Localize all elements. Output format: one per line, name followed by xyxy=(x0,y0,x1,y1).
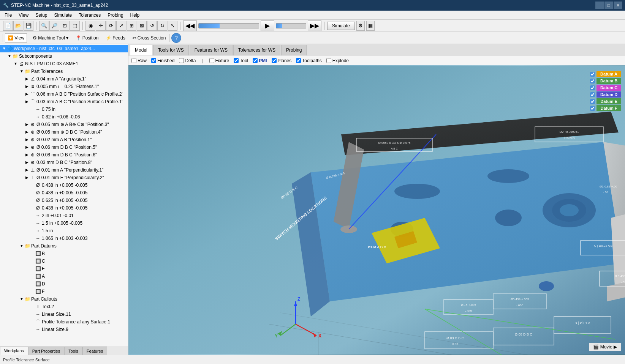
tree-root[interactable]: ▼ 🔷 Workpiece - nist_ctc_03_asme1_ap24..… xyxy=(0,45,128,52)
tree-callout-0[interactable]: T Text.2 xyxy=(0,303,128,310)
view-btn6[interactable]: ⊠ xyxy=(137,21,147,31)
tree-tol-6[interactable]: ▶ ⊕ Ø 0.05 mm ⊕ A B⊕ C⊕ "Position.3" xyxy=(0,121,128,128)
delta-checkbox[interactable] xyxy=(179,58,184,63)
viewport-tab-tools-ws[interactable]: Tools for WS xyxy=(153,45,189,55)
planes-checkbox-label[interactable]: Planes xyxy=(272,58,292,63)
simulate-button[interactable]: Simulate xyxy=(327,22,355,30)
tree-arrow-tol1[interactable]: ▶ xyxy=(24,83,30,90)
menu-simulate[interactable]: Simulate xyxy=(51,11,75,19)
view-btn5[interactable]: ⊞ xyxy=(127,21,136,31)
viewport-tab-model[interactable]: Model xyxy=(130,45,152,55)
datum-f-item[interactable]: Datum F xyxy=(590,105,621,111)
tree-tol-21[interactable]: ↔ 1.065 in +0.003 -0.003 xyxy=(0,235,128,242)
save-button[interactable]: 💾 xyxy=(24,21,33,31)
tree-datum-C[interactable]: 🔲 C xyxy=(0,257,128,265)
tree-datum-D[interactable]: 🔲 D xyxy=(0,280,128,288)
tree-callout-3[interactable]: ↔ Linear Size.9 xyxy=(0,326,128,333)
cross-section-label[interactable]: ✂ Cross Section xyxy=(131,35,168,41)
minimize-button[interactable]: — xyxy=(595,2,604,9)
tree-arrow-tol13[interactable]: ▶ xyxy=(24,174,30,181)
tree-tol-17[interactable]: Ø 0.438 in +0.005 -0.005 xyxy=(0,204,128,212)
machine-tool-label[interactable]: ⚙ Machine Tool ▾ xyxy=(31,35,70,41)
tree-container[interactable]: ▼ 🔷 Workpiece - nist_ctc_03_asme1_ap24..… xyxy=(0,44,128,346)
tree-tol-18[interactable]: ↔ 2 in +0.01 -0.01 xyxy=(0,212,128,219)
toolpaths-checkbox[interactable] xyxy=(296,58,301,63)
planes-checkbox[interactable] xyxy=(272,58,277,63)
tool-checkbox[interactable] xyxy=(234,58,239,63)
pmi-checkbox-label[interactable]: PMI xyxy=(253,58,267,63)
datum-b-item[interactable]: Datum B xyxy=(590,78,621,84)
tree-tol-13[interactable]: ▶ ⊥ Ø 0.01 mm E "Perpendicularity.2" xyxy=(0,174,128,181)
tree-callout-2[interactable]: ⌒ Profile Tolerance af any Surface.1 xyxy=(0,318,128,326)
datum-d-item[interactable]: Datum D xyxy=(590,91,621,98)
toolpaths-checkbox-label[interactable]: Toolpaths xyxy=(296,58,321,63)
tree-datum-A[interactable]: 🔲 A xyxy=(0,273,128,280)
tree-part-callouts[interactable]: ▼ 📁 Part Callouts xyxy=(0,295,128,303)
tree-arrow-tol6[interactable]: ▶ xyxy=(24,121,30,128)
view-btn1[interactable]: ◉ xyxy=(85,21,95,31)
view-dropdown[interactable]: 🔽 View xyxy=(5,33,27,43)
datum-c-checkbox[interactable] xyxy=(590,85,595,90)
explode-checkbox[interactable] xyxy=(326,58,331,63)
view-btn7[interactable]: ↺ xyxy=(147,21,157,31)
position-label[interactable]: 📍 Position xyxy=(74,35,100,41)
viewport-3d[interactable]: SWITCH MOUNTING LOCATIONS Ø0.50 D B C Ø … xyxy=(128,65,625,355)
tree-tol-8[interactable]: ▶ ⊕ Ø 0.02 mm A B "Position.1" xyxy=(0,136,128,143)
delta-checkbox-label[interactable]: Delta xyxy=(179,58,196,63)
tree-arrow-nist[interactable]: ▼ xyxy=(13,60,18,67)
datum-c-item[interactable]: Datum C xyxy=(590,85,621,91)
panel-btn[interactable]: ▦ xyxy=(366,21,375,31)
tree-arrow-tol3[interactable]: ▶ xyxy=(24,98,30,105)
feeds-label[interactable]: ⚡ Feeds xyxy=(104,35,127,41)
finished-checkbox[interactable] xyxy=(151,58,156,63)
view-btn9[interactable]: ⤡ xyxy=(168,21,177,31)
tree-subcomponents[interactable]: ▼ 📁 Subcomponents xyxy=(0,52,128,60)
datum-e-checkbox[interactable] xyxy=(590,99,595,104)
menu-view[interactable]: View xyxy=(16,11,32,19)
tree-tol-4[interactable]: ↔ 0.75 in xyxy=(0,106,128,113)
tree-tol-5[interactable]: ↔ 0.82 in +0.06 -0.06 xyxy=(0,113,128,121)
zoom-select-button[interactable]: ⬚ xyxy=(70,21,80,31)
maximize-button[interactable]: □ xyxy=(604,2,613,9)
view-btn2[interactable]: ✛ xyxy=(96,21,106,31)
tree-tol-7[interactable]: ▶ ⊕ Ø 0.05 mm ⊕ D B C "Position.4" xyxy=(0,128,128,136)
tab-tools[interactable]: Tools xyxy=(64,347,82,355)
nav-play-button[interactable]: ▶ xyxy=(261,20,274,31)
viewport-tab-probing[interactable]: Probing xyxy=(281,45,307,55)
tree-tol-0[interactable]: ▶ ∠ 0.04 mm A "Angularity.1" xyxy=(0,75,128,83)
tree-arrow-tol9[interactable]: ▶ xyxy=(24,144,30,151)
tree-arrow-tol12[interactable]: ▶ xyxy=(24,167,30,173)
datum-a-checkbox[interactable] xyxy=(590,72,595,77)
tree-arrow-tol10[interactable]: ▶ xyxy=(24,151,30,158)
tree-arrow-tol0[interactable]: ▶ xyxy=(24,76,30,82)
help-button[interactable]: ? xyxy=(171,33,181,43)
tree-tol-20[interactable]: ↔ 1.5 in xyxy=(0,227,128,235)
tree-datum-E[interactable]: 🔲 E xyxy=(0,265,128,273)
tree-tol-12[interactable]: ▶ ⊥ Ø 0.01 mm A "Perpendicularity.1" xyxy=(0,166,128,174)
zoom-in-button[interactable]: 🔍 xyxy=(39,21,49,31)
new-button[interactable]: 📄 xyxy=(3,21,13,31)
finished-checkbox-label[interactable]: Finished xyxy=(151,58,174,63)
tab-part-properties[interactable]: Part Properties xyxy=(28,347,64,355)
tree-tol-1[interactable]: ▶ ≡ 0.005 mm / = 0.25 "Flatness.1" xyxy=(0,83,128,90)
tree-tol-2[interactable]: ▶ ⌒ 0.06 mm A B C "Position Surfacic Pro… xyxy=(0,90,128,98)
tree-datum-F[interactable]: 🔲 F xyxy=(0,288,128,295)
tree-part-tolerances[interactable]: ▼ 📁 Part Tolerances xyxy=(0,68,128,75)
tree-callout-1[interactable]: ↔ Linear Size.11 xyxy=(0,310,128,318)
settings-btn[interactable]: ⚙ xyxy=(356,21,365,31)
menu-probing[interactable]: Probing xyxy=(104,11,126,19)
nav-first-button[interactable]: ◀◀ xyxy=(183,20,197,31)
tree-arrow-tol2[interactable]: ▶ xyxy=(24,91,30,98)
raw-checkbox-label[interactable]: Raw xyxy=(131,58,147,63)
viewport-tab-tolerances-ws[interactable]: Tolerances for WS xyxy=(233,45,280,55)
zoom-out-button[interactable]: 🔎 xyxy=(49,21,59,31)
tree-tol-10[interactable]: ▶ ⊕ Ø 0.08 mm D B C "Position.6" xyxy=(0,151,128,159)
tool-checkbox-label[interactable]: Tool xyxy=(234,58,248,63)
menu-setup[interactable]: Setup xyxy=(32,11,50,19)
explode-checkbox-label[interactable]: Explode xyxy=(326,58,349,63)
viewport-tab-features-ws[interactable]: Features for WS xyxy=(190,45,233,55)
fixture-checkbox-label[interactable]: Fixture xyxy=(209,58,229,63)
tree-arrow-tol7[interactable]: ▶ xyxy=(24,129,30,136)
tree-arrow-tol[interactable]: ▼ xyxy=(19,68,24,75)
tab-workplans[interactable]: Workplans xyxy=(0,347,28,355)
